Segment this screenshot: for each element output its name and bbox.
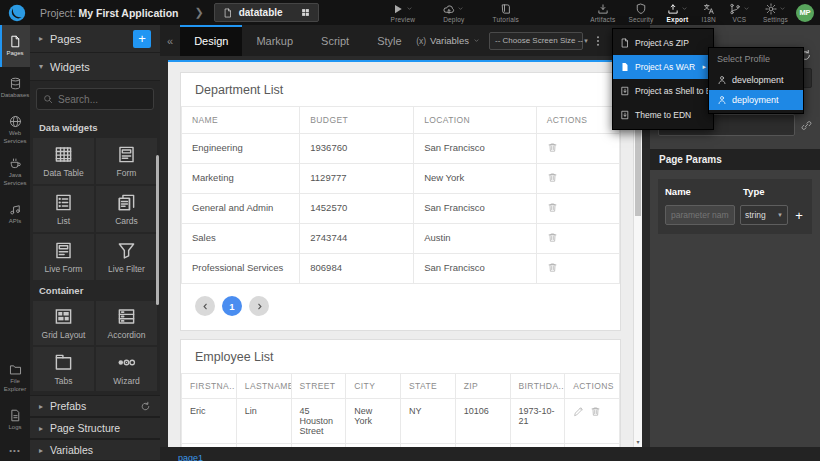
column-header[interactable]: STATE [401, 374, 456, 399]
tutorials-button[interactable]: Tutorials [493, 2, 519, 23]
sidebar-item-apis[interactable]: APIs [0, 193, 30, 235]
trash-button[interactable] [547, 172, 558, 183]
page-tab-datatable[interactable]: datatable [214, 3, 319, 22]
tab-style[interactable]: Style [363, 25, 415, 56]
scrollbar-down-arrow-icon[interactable]: ▾ [634, 438, 642, 445]
widget-tile-grid-layout[interactable]: Grid Layout [33, 301, 94, 345]
employee-table[interactable]: FIRSTNA..LASTNAMESTREETCITYSTATEZIPBIRTH… [181, 373, 620, 447]
trash-button[interactable] [547, 232, 558, 243]
kebab-menu-icon[interactable] [592, 35, 604, 47]
prev-page-button[interactable] [195, 296, 215, 316]
sidebar-item-logs[interactable]: Logs [0, 399, 30, 441]
column-header[interactable]: ZIP [455, 374, 510, 399]
sidebar-item-pages[interactable]: Pages [0, 25, 30, 67]
pages-section-label: Pages [50, 33, 81, 45]
column-header[interactable]: BUDGET [300, 107, 414, 134]
param-name-input[interactable] [665, 205, 735, 225]
employee-list-panel[interactable]: Employee List FIRSTNA..LASTNAMESTREETCIT… [180, 339, 621, 447]
next-page-button[interactable] [249, 296, 269, 316]
section-header-page-structure[interactable]: ▸Page Structure [30, 417, 160, 439]
column-header[interactable]: BIRTHDA.. [510, 374, 565, 399]
department-list-panel[interactable]: Department List NAMEBUDGETLOCATIONACTION… [180, 72, 621, 331]
menu-item-project-as-war[interactable]: Project As WAR▸ [613, 55, 713, 79]
grid-icon[interactable] [301, 8, 310, 17]
trash-button[interactable] [547, 202, 558, 213]
deploy-button[interactable]: Deploy [443, 2, 464, 23]
actions-cell [536, 224, 619, 254]
table-cell: General and Admin [182, 194, 300, 224]
pages-section-header[interactable]: ▸ Pages + [30, 25, 160, 53]
widget-tile-accordion[interactable]: Accordion [96, 301, 157, 345]
rail-overflow-button[interactable]: ••• [0, 441, 30, 461]
preview-button[interactable]: Preview [391, 2, 416, 23]
tab-markup[interactable]: Markup [242, 25, 307, 56]
column-header[interactable]: ACTIONS [536, 107, 619, 134]
tab-script[interactable]: Script [307, 25, 363, 56]
section-header-variables[interactable]: ▸Variables [30, 439, 160, 461]
screen-size-select[interactable]: -- Choose Screen Size -- ▼ [489, 32, 583, 50]
trash-button[interactable] [590, 406, 601, 417]
department-table[interactable]: NAMEBUDGETLOCATIONACTIONSEngineering1936… [181, 106, 620, 284]
submenu-item-deployment[interactable]: deployment [709, 90, 803, 110]
variables-dropdown[interactable]: (x) Variables [416, 35, 480, 46]
widget-tile-cards[interactable]: Cards [96, 186, 157, 232]
widget-tile-tabs[interactable]: Tabs [33, 347, 94, 391]
table-row[interactable]: Engineering1936760San Francisco [182, 134, 620, 164]
trash-button[interactable] [547, 142, 558, 153]
widget-tile-form[interactable]: Form [96, 138, 157, 184]
table-row[interactable]: Professional Services806984San Francisco [182, 254, 620, 284]
column-header[interactable]: LASTNAME [236, 374, 291, 399]
export-button[interactable]: Export [667, 2, 689, 23]
column-header[interactable]: STREET [291, 374, 346, 399]
section-header-prefabs[interactable]: ▸Prefabs [30, 395, 160, 417]
widget-tile-wizard[interactable]: Wizard [96, 347, 157, 391]
table-row[interactable]: General and Admin1452570San Francisco [182, 194, 620, 224]
table-row[interactable]: EricLin45 Houston StreetNew YorkNY101061… [182, 399, 620, 444]
refresh-icon[interactable] [140, 401, 151, 412]
menu-item-project-as-zip[interactable]: Project As ZIP [613, 31, 713, 55]
widget-tile-live-filter[interactable]: Live Filter [96, 234, 157, 280]
footer-page-tab[interactable]: page1 [160, 451, 203, 461]
link-icon[interactable] [801, 120, 812, 131]
submenu-item-development[interactable]: development [709, 70, 803, 90]
widget-tile-data-table[interactable]: Data Table [33, 138, 94, 184]
menu-item-theme-to-edn[interactable]: Theme to EDN [613, 103, 713, 127]
column-header[interactable]: ACTIONS [565, 374, 620, 399]
menu-item-project-as-shell-to-edn[interactable]: Project as Shell to EDN [613, 79, 713, 103]
table-row[interactable]: Marketing1129777New York [182, 164, 620, 194]
widget-tile-list[interactable]: List [33, 186, 94, 232]
sidebar-item-java-services[interactable]: Java Services [0, 151, 30, 193]
tab-design[interactable]: Design [180, 25, 242, 56]
widget-tile-live-form[interactable]: Live Form [33, 234, 94, 280]
column-header[interactable]: FIRSTNA.. [182, 374, 237, 399]
left-panel-footer-sections: ▸Prefabs▸Page Structure▸Variables [30, 395, 160, 461]
action-label: Export [667, 16, 689, 23]
sidebar-item-file-explorer[interactable]: File Explorer [0, 357, 30, 399]
i18n-button[interactable]: I18N [701, 2, 716, 23]
sidebar-item-web-services[interactable]: Web Services [0, 109, 30, 151]
table-row[interactable]: Sales2743744Austin [182, 224, 620, 254]
table-cell: San Francisco [414, 194, 537, 224]
add-param-button[interactable]: + [793, 208, 805, 223]
sidebar-item-databases[interactable]: Databases [0, 67, 30, 109]
pencil-button[interactable] [573, 406, 584, 417]
security-button[interactable]: Security [628, 2, 653, 23]
left-panel-scrollbar[interactable] [156, 155, 159, 305]
column-header[interactable]: CITY [346, 374, 401, 399]
artifacts-button[interactable]: Artifacts [590, 2, 615, 23]
add-page-button[interactable]: + [133, 30, 151, 48]
settings-button[interactable]: Settings [763, 2, 788, 23]
submenu-arrow-icon: ▸ [702, 63, 706, 71]
page-number-button[interactable]: 1 [222, 296, 242, 316]
collapse-panel-button[interactable]: « [160, 25, 180, 56]
column-header[interactable]: LOCATION [414, 107, 537, 134]
vcs-button[interactable]: VCS [729, 2, 750, 23]
actions-cell [565, 399, 620, 444]
column-header[interactable]: NAME [182, 107, 300, 134]
list-icon [54, 193, 73, 212]
avatar[interactable]: MP [796, 4, 814, 22]
widget-search-input[interactable] [58, 94, 147, 105]
widgets-section-header[interactable]: ▾ Widgets [30, 53, 160, 81]
trash-button[interactable] [547, 262, 558, 273]
param-type-select[interactable]: string ▼ [740, 205, 788, 225]
